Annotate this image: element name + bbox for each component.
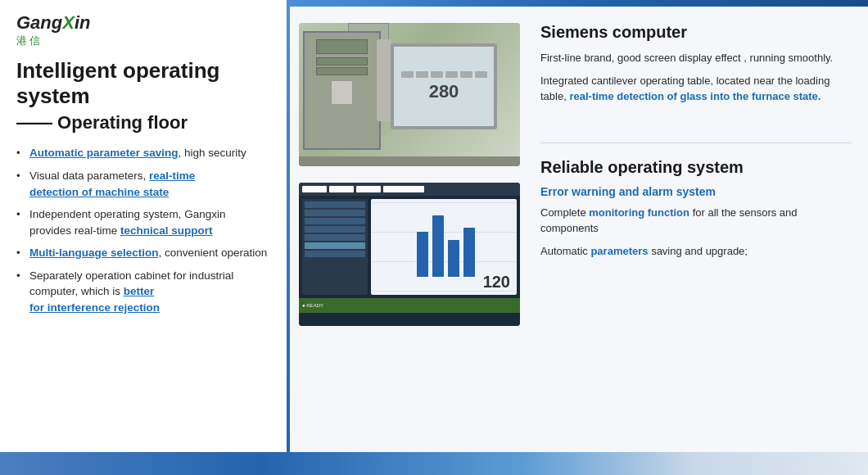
list-item: Multi-language selection, convenient ope…	[16, 245, 270, 261]
img2-chart: 120	[371, 199, 517, 295]
section-siemens: Siemens computer First-line brand, good …	[540, 23, 852, 111]
images-column: 280	[287, 7, 532, 452]
reliable-para2-end: saving and upgrade;	[649, 245, 748, 257]
cabinet-panel-1	[316, 39, 368, 54]
logo-text: GangXin	[16, 12, 270, 34]
img2-status-text: ● READY	[302, 303, 323, 308]
divider	[540, 142, 852, 143]
reliable-para2-start: Automatic	[540, 245, 590, 257]
monitor-text	[401, 71, 487, 78]
nav-row	[305, 226, 365, 233]
reliable-para2: Automatic parameters saving and upgrade;	[540, 243, 852, 260]
cabinet-panel-2	[316, 57, 368, 66]
nav-row	[305, 210, 365, 216]
list-item: Visual data parameters, real-timedetecti…	[16, 168, 270, 200]
nav-row	[305, 251, 365, 257]
section-siemens-title: Siemens computer	[540, 23, 852, 42]
bullet-highlight-1: Automatic parameter saving	[29, 147, 179, 159]
list-item: Automatic parameter saving, high securit…	[16, 145, 270, 161]
section-reliable-sub: Error warning and alarm system	[540, 185, 852, 198]
nav-row	[305, 234, 365, 241]
top-bar	[287, 0, 868, 7]
right-panel: 280	[287, 7, 868, 452]
logo-in: in	[75, 12, 91, 33]
bullet-highlight-4: Multi-language selection	[29, 247, 159, 259]
bar-2	[432, 215, 444, 277]
bottom-bar	[0, 452, 868, 475]
reliable-para1: Complete monitoring function for all the…	[540, 205, 852, 237]
bullet-list: Automatic parameter saving, high securit…	[16, 145, 270, 315]
reliable-para1-start: Complete	[540, 206, 589, 219]
img2-status-bar: ● READY	[299, 298, 520, 313]
monitor-number: 280	[429, 81, 459, 102]
section-reliable: Reliable operating system Error warning …	[540, 158, 852, 266]
logo-x: X	[62, 12, 75, 33]
reliable-para2-highlight: parameters	[590, 245, 648, 257]
tb-item-4	[383, 186, 424, 192]
bullet-rest-1: , high security	[179, 147, 246, 159]
list-item: Separately operation cabinet for industr…	[16, 268, 270, 316]
bullet-highlight-3: technical support	[120, 224, 213, 237]
nav-row	[305, 218, 365, 224]
bar-4	[463, 228, 475, 277]
tb-item-2	[329, 186, 354, 192]
img2-toolbar	[299, 183, 520, 196]
img2-content: 120	[299, 196, 520, 298]
bar-3	[448, 240, 459, 277]
floor	[299, 156, 520, 166]
list-item: Independent operating system, Gangxin pr…	[16, 206, 270, 238]
image-bg-1: 280	[299, 23, 520, 166]
tb-item-1	[302, 186, 327, 192]
cabinet	[303, 31, 381, 150]
arm	[377, 39, 391, 121]
bullet-rest-4: , convenient operation	[159, 247, 268, 259]
nav-row	[305, 201, 365, 208]
cabinet-panel-3	[316, 67, 368, 75]
bullet-normal-2: Visual data parameters,	[29, 170, 149, 182]
siemens-para2: Integrated cantilever operating table, l…	[540, 73, 852, 105]
image-siemens-computer: 280	[299, 23, 520, 166]
left-panel: GangXin 港信 Intelligent operating system …	[0, 0, 287, 455]
siemens-para2-highlight: real-time detection of glass into the fu…	[569, 90, 821, 102]
logo-gang: Gang	[16, 12, 62, 33]
info-column: Siemens computer First-line brand, good …	[532, 7, 868, 452]
bar-1	[417, 232, 428, 277]
sub-title: —— Operating floor	[16, 112, 270, 133]
img2-number: 120	[483, 273, 510, 292]
logo-area: GangXin 港信	[16, 12, 270, 48]
image-bg-2: 120 ● READY	[299, 183, 520, 326]
tb-item-3	[356, 186, 381, 192]
section-reliable-title: Reliable operating system	[540, 158, 852, 177]
cabinet-button	[331, 80, 353, 105]
siemens-para1: First-line brand, good screen display ef…	[540, 50, 852, 66]
logo-chinese: 港信	[16, 34, 270, 48]
monitor: 280	[391, 43, 497, 129]
image-reliable-system: 120 ● READY	[299, 183, 520, 326]
reliable-para1-highlight: monitoring function	[589, 206, 689, 219]
nav-row-active	[305, 242, 365, 249]
bar-container	[414, 202, 475, 292]
img2-left-nav	[302, 199, 368, 295]
main-title: Intelligent operating system	[16, 58, 270, 109]
